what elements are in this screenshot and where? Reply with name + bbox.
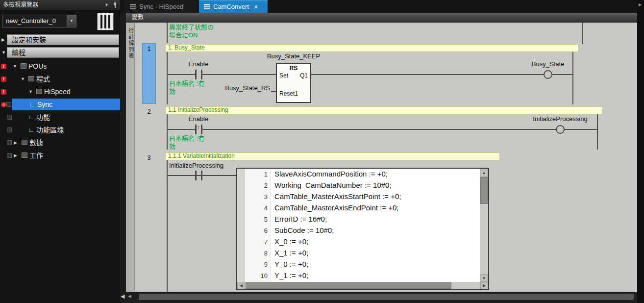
error-badge-icon: ! (1, 76, 6, 82)
tree-expand-icon[interactable]: ▼ (13, 60, 17, 73)
scroll-left-icon[interactable]: ◀ (128, 294, 131, 299)
st-line-number: 8 (245, 250, 268, 257)
sidebar-item-function-blocks[interactable]: ∟ 功能區塊 (0, 124, 120, 136)
contact-initializeprocessing[interactable] (195, 171, 197, 180)
contact-variable[interactable]: Enable (179, 60, 218, 68)
st-line-number: 3 (245, 193, 268, 201)
st-code-line[interactable]: ErrorID := 16#0; (274, 215, 327, 223)
sidebar-item-tasks[interactable]: ▶ 工作 (0, 149, 120, 162)
st-code-line[interactable]: X_1 := +0; (274, 249, 308, 257)
scroll-down-icon[interactable]: ▼ (480, 274, 488, 282)
section-collapse-icon[interactable]: ▶ (1, 34, 6, 45)
folder-icon (21, 63, 26, 69)
inline-st-editor[interactable]: 1 SlaveAxisCommandPosition := +0; 2 Work… (236, 168, 489, 290)
scrollbar-thumb[interactable] (139, 294, 634, 300)
contact-variable[interactable]: Enable (179, 115, 218, 123)
explorer-titlebar[interactable]: 多檢視瀏覽器 ▼ (0, 0, 120, 10)
scrollbar-thumb[interactable] (480, 177, 488, 204)
output-coil[interactable] (544, 70, 552, 79)
sidebar-item-hispeed[interactable]: ! ▼ HiSpeed (0, 85, 120, 98)
chevron-down-icon[interactable]: ▼ (104, 0, 109, 10)
tab-sync-hispeed[interactable]: Sync - HiSpeed (125, 0, 198, 13)
rung2-number[interactable]: 2 (142, 108, 156, 115)
rung-comment: 異常終了状態の 場合にON (169, 24, 214, 39)
fb-pin-q1[interactable]: Q1 (300, 72, 308, 79)
fb-pin-reset1[interactable]: Reset1 (279, 90, 298, 97)
tree-expand-icon[interactable]: ▼ (28, 85, 33, 98)
section-expand-icon[interactable]: ▼ (1, 47, 6, 58)
pin-icon[interactable] (113, 2, 117, 8)
reset-input-variable[interactable]: Busy_State_RS (217, 84, 270, 92)
st-line-number: 6 (245, 227, 268, 234)
st-code-line[interactable]: X_0 := +0; (274, 237, 308, 246)
st-line-number: 10 (245, 272, 268, 279)
sidebar-item-programs[interactable]: ! ▼ 程式 (0, 73, 120, 85)
left-splitter-strip[interactable] (120, 13, 126, 303)
branch-icon: ∟ (28, 111, 34, 124)
fb-pin-set[interactable]: Set (279, 72, 288, 79)
scrollbar-thumb[interactable] (246, 282, 451, 289)
st-code-line[interactable]: Y_0 := +0; (274, 260, 308, 268)
scroll-left-icon[interactable]: ◀ (237, 282, 245, 289)
output-coil[interactable] (556, 125, 565, 134)
scroll-up-icon[interactable]: ▲ (480, 169, 488, 177)
rung1-section-header[interactable]: 1. Busy_State (165, 44, 578, 52)
st-line-number: 4 (245, 204, 268, 212)
fb-type: RS (277, 65, 310, 72)
st-code-line[interactable]: CamTable_MasterAxisEndPoint := +0; (274, 203, 398, 212)
contact-initializeprocessing[interactable] (201, 171, 202, 180)
st-code-line[interactable]: SubCode := 10#0; (274, 226, 334, 234)
coil-variable[interactable]: InitializeProcessing (526, 115, 594, 123)
contact-enable[interactable] (195, 70, 197, 79)
section-programming[interactable]: 編程 (7, 47, 119, 58)
main-horizontal-scrollbar[interactable]: ◀ (126, 292, 637, 303)
rung2-section-header[interactable]: 1.1 InitializeProcessing (165, 106, 603, 114)
chevron-down-icon[interactable]: ▼ (67, 15, 76, 27)
tree-expand-icon[interactable]: ▼ (21, 73, 25, 85)
scroll-right-icon[interactable]: ▶ (480, 282, 488, 289)
controller-image-bar (100, 15, 102, 28)
sidebar-item-pous[interactable]: ! ▼ POUs (0, 60, 120, 73)
st-code-line[interactable]: CamTable_MasterAxisStartPoint := +0; (274, 192, 401, 201)
st-code-line[interactable]: Working_CamDataNumber := 10#0; (274, 181, 392, 189)
st-vertical-scrollbar[interactable]: ▲ ▼ (480, 169, 488, 282)
coil-variable[interactable]: Busy_State (516, 60, 580, 68)
ladder-editor[interactable]: 行註解列表 異常終了状態の 場合にON 1 1. Busy_State Enab… (126, 23, 637, 292)
tree-selection-highlight (12, 99, 120, 110)
tree-collapsed-icon[interactable]: ▶ (14, 149, 17, 162)
ladder-program-icon (130, 4, 136, 9)
controller-select[interactable]: new_Controller_0 ▼ (2, 15, 76, 27)
right-splitter-strip[interactable]: ▶ (637, 0, 644, 303)
st-code-line[interactable]: SlaveAxisCommandPosition := +0; (274, 170, 388, 178)
fb-instance-name[interactable]: Busy_State_KEEP (254, 52, 333, 60)
tab-camconvert[interactable]: CamConvert × (199, 0, 268, 13)
rung2-title: 1.1 InitializeProcessing (168, 106, 228, 113)
tree-collapsed-icon[interactable]: ▶ (14, 136, 17, 149)
tab-label: CamConvert (213, 3, 249, 10)
st-horizontal-scrollbar[interactable]: ◀ ▶ (237, 282, 488, 289)
tree-item-label: Sync (37, 98, 52, 111)
tree-item-label: 數據 (29, 136, 43, 149)
contact-variable[interactable]: InitializeProcessing (169, 162, 223, 169)
sidebar-item-data[interactable]: ▶ 數據 (0, 136, 120, 149)
status-square-icon (7, 153, 12, 158)
tree-item-label: HiSpeed (44, 85, 71, 98)
close-icon[interactable]: × (254, 3, 258, 11)
right-power-rail (597, 114, 598, 150)
st-code-line[interactable]: Y_1 := +0; (274, 271, 308, 279)
st-line-number: 1 (245, 171, 268, 178)
line-comment-strip-label: 行註解列表 (127, 27, 135, 59)
sidebar-item-functions[interactable]: ∟ 功能 (0, 111, 120, 124)
variables-bar[interactable]: 變數 (126, 13, 637, 23)
rs-function-block[interactable]: RS Set Q1 Reset1 (276, 63, 311, 103)
section-configuration-setup[interactable]: 設定和安裝 (7, 34, 119, 45)
rung3-section-header[interactable]: 1.1.1 VariableInitialization (165, 152, 500, 160)
expand-panel-icon[interactable]: ▶ (639, 2, 642, 7)
variable-comment: 日本語名 :有 効 (169, 80, 204, 96)
multiview-explorer-panel: 多檢視瀏覽器 ▼ new_Controller_0 ▼ ▶ 設定和安裝 ▼ 編程… (0, 0, 120, 303)
rung1-number[interactable]: 1 (142, 45, 156, 52)
line-comment-strip[interactable]: 行註解列表 (126, 23, 135, 292)
collapse-panel-icon[interactable]: ◀ (121, 293, 124, 300)
rung3-number[interactable]: 3 (142, 154, 156, 161)
sidebar-item-sync[interactable]: 0 ∟ Sync (0, 98, 120, 111)
